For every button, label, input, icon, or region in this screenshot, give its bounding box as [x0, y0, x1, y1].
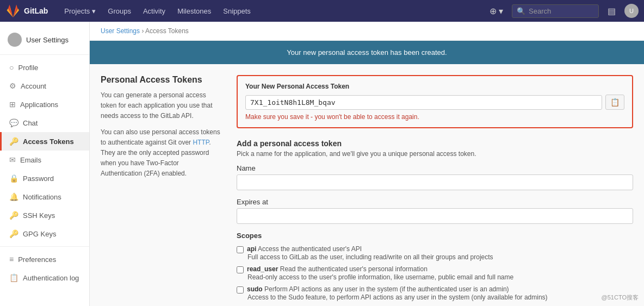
name-input[interactable]	[237, 174, 633, 190]
scope-api: api Access the authenticated user's API …	[237, 245, 633, 261]
sidebar-avatar	[8, 33, 22, 47]
description-para1: You can generate a personal access token…	[101, 90, 220, 122]
preferences-icon: ≡	[9, 255, 14, 264]
search-box[interactable]: 🔍	[512, 4, 599, 18]
access-tokens-icon: 🔑	[9, 137, 18, 146]
new-token-label: Your New Personal Access Token	[245, 83, 624, 90]
expires-input[interactable]	[237, 208, 633, 224]
http-link[interactable]: HTTP	[193, 139, 209, 146]
gpg-keys-icon: 🔑	[9, 229, 18, 238]
layout-icon-button[interactable]: ▤	[603, 4, 620, 18]
topnav-right: ⊕ ▾ 🔍 ▤ U	[485, 4, 639, 18]
page-title: Personal Access Tokens	[101, 75, 220, 85]
sidebar-item-account[interactable]: ⚙ Account	[0, 77, 89, 95]
add-token-section: Add a personal access token Pick a name …	[237, 139, 633, 306]
scope-api-extra: Full access to GitLab as the user, inclu…	[247, 253, 633, 261]
expires-form-group: Expires at	[237, 198, 633, 224]
nav-milestones[interactable]: Milestones	[172, 4, 216, 18]
sidebar-item-password[interactable]: 🔒 Password	[0, 169, 89, 188]
form-subtitle: Pick a name for the application, and we'…	[237, 150, 633, 158]
main-content: User Settings › Access Tokens Your new p…	[90, 22, 644, 306]
form-title: Add a personal access token	[237, 139, 633, 148]
name-form-group: Name	[237, 164, 633, 190]
breadcrumb: User Settings › Access Tokens	[90, 22, 644, 41]
new-token-row: 📋	[245, 95, 624, 110]
notifications-icon: 🔔	[9, 192, 18, 201]
scope-sudo-desc: Perform API actions as any user in the s…	[264, 285, 509, 293]
scope-read-user-name: read_user	[247, 265, 278, 273]
search-icon: 🔍	[517, 7, 525, 15]
avatar[interactable]: U	[624, 4, 639, 18]
account-icon: ⚙	[9, 82, 16, 90]
auth-log-icon: 📋	[9, 273, 18, 282]
scope-read-user-desc: Read the authenticated user's personal i…	[280, 265, 428, 273]
ssh-keys-icon: 🔑	[9, 211, 18, 220]
scope-sudo-label[interactable]: sudo Perform API actions as any user in …	[237, 285, 633, 293]
top-nav-items: Projects ▾ Groups Activity Milestones Sn…	[59, 4, 479, 18]
scope-read-user-extra: Read-only access to the user's profile i…	[247, 273, 633, 281]
scope-read-user: read_user Read the authenticated user's …	[237, 265, 633, 281]
applications-icon: ⊞	[9, 100, 16, 109]
sidebar-item-gpg-keys[interactable]: 🔑 GPG Keys	[0, 224, 89, 243]
new-token-value-input[interactable]	[245, 95, 602, 110]
sidebar-user-label: User Settings	[26, 36, 69, 44]
scope-api-checkbox[interactable]	[237, 246, 244, 253]
page-content: Personal Access Tokens You can generate …	[90, 64, 644, 306]
scopes-label: Scopes	[237, 232, 633, 240]
sidebar-user: User Settings	[0, 27, 89, 55]
description-para2: You can also use personal access tokens …	[101, 127, 220, 179]
nav-activity[interactable]: Activity	[138, 4, 171, 18]
chat-icon: 💬	[9, 118, 18, 127]
sidebar-item-access-tokens[interactable]: 🔑 Access Tokens	[0, 132, 89, 151]
nav-groups[interactable]: Groups	[102, 4, 137, 18]
plus-menu-button[interactable]: ⊕ ▾	[485, 4, 507, 18]
scope-read-user-checkbox[interactable]	[237, 266, 244, 273]
breadcrumb-parent-link[interactable]: User Settings	[101, 27, 140, 35]
sidebar-item-preferences[interactable]: ≡ Preferences	[0, 250, 89, 268]
password-icon: 🔒	[9, 174, 18, 183]
scope-read-user-label[interactable]: read_user Read the authenticated user's …	[237, 265, 633, 273]
content-right: Your New Personal Access Token 📋 Make su…	[237, 75, 633, 306]
nav-snippets[interactable]: Snippets	[218, 4, 256, 18]
scope-api-desc: Access the authenticated user's API	[258, 245, 362, 253]
name-label: Name	[237, 164, 633, 172]
watermark: @51CTO搜客	[602, 293, 639, 302]
top-navigation: GitLab Projects ▾ Groups Activity Milest…	[0, 0, 644, 22]
new-token-box: Your New Personal Access Token 📋 Make su…	[237, 75, 633, 128]
scope-sudo-name: sudo	[247, 285, 263, 293]
sidebar-item-notifications[interactable]: 🔔 Notifications	[0, 188, 89, 206]
scope-sudo-checkbox[interactable]	[237, 286, 244, 293]
sidebar: User Settings ○ Profile ⚙ Account ⊞ Appl…	[0, 22, 90, 306]
sidebar-item-profile[interactable]: ○ Profile	[0, 58, 89, 77]
sidebar-item-chat[interactable]: 💬 Chat	[0, 114, 89, 132]
scope-sudo: sudo Perform API actions as any user in …	[237, 285, 633, 301]
scope-sudo-extra: Access to the Sudo feature, to perform A…	[247, 293, 633, 301]
profile-icon: ○	[9, 63, 14, 72]
scope-api-label[interactable]: api Access the authenticated user's API	[237, 245, 633, 253]
breadcrumb-current: Access Tokens	[145, 27, 189, 35]
chevron-down-icon: ▾	[92, 7, 96, 15]
nav-projects[interactable]: Projects ▾	[59, 4, 101, 18]
search-input[interactable]	[529, 7, 594, 15]
scope-api-name: api	[247, 245, 256, 253]
sidebar-item-auth-log[interactable]: 📋 Authentication log	[0, 268, 89, 287]
token-warning: Make sure you save it - you won't be abl…	[245, 113, 624, 121]
copy-token-button[interactable]: 📋	[605, 95, 624, 110]
sidebar-divider	[0, 246, 89, 247]
sidebar-item-emails[interactable]: ✉ Emails	[0, 151, 89, 169]
alert-banner: Your new personal access token has been …	[90, 41, 644, 64]
emails-icon: ✉	[9, 155, 16, 164]
content-left: Personal Access Tokens You can generate …	[101, 75, 220, 306]
sidebar-item-applications[interactable]: ⊞ Applications	[0, 95, 89, 114]
copy-icon: 📋	[610, 98, 620, 107]
scopes-group: Scopes api Access the authenticated user…	[237, 232, 633, 301]
expires-label: Expires at	[237, 198, 633, 206]
gitlab-logo[interactable]: GitLab	[5, 3, 48, 18]
main-layout: User Settings ○ Profile ⚙ Account ⊞ Appl…	[0, 22, 644, 306]
sidebar-item-ssh-keys[interactable]: 🔑 SSH Keys	[0, 206, 89, 224]
